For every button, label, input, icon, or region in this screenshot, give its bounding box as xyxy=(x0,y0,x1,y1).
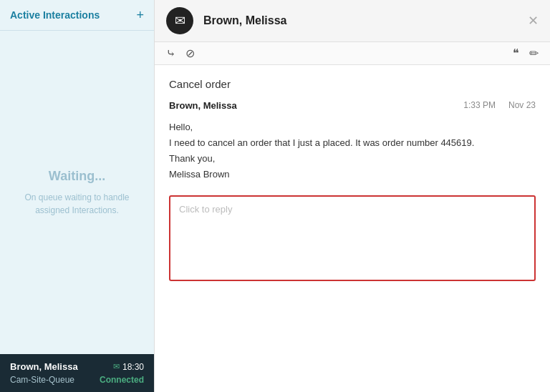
interaction-time: 18:30 xyxy=(122,362,144,372)
interaction-email-icon: ✉ xyxy=(113,362,120,371)
email-subject: Cancel order xyxy=(169,78,536,90)
email-date: Nov 23 xyxy=(508,100,536,111)
interaction-queue: Cam-Site-Queue xyxy=(10,375,74,385)
forward-icon[interactable]: ⤷ xyxy=(166,46,175,60)
interaction-bottom-row: Cam-Site-Queue Connected xyxy=(10,375,144,385)
main-header-left: ✉ Brown, Melissa xyxy=(166,7,286,34)
interaction-item[interactable]: Brown, Melissa ✉ 18:30 Cam-Site-Queue Co… xyxy=(0,354,154,392)
sidebar-title: Active Interactions xyxy=(10,9,100,21)
contact-avatar: ✉ xyxy=(166,7,193,34)
waiting-text: On queue waiting to handle assigned Inte… xyxy=(14,191,140,217)
close-button[interactable]: ✕ xyxy=(528,13,539,29)
quote-icon[interactable]: ❝ xyxy=(513,46,519,60)
reply-box[interactable]: Click to reply xyxy=(169,195,536,281)
compose-icon[interactable]: ✏ xyxy=(529,46,539,60)
interaction-contact-name: Brown, Melissa xyxy=(10,361,78,372)
interaction-status: Connected xyxy=(100,375,144,385)
email-meta: Brown, Melissa 1:33 PM Nov 23 xyxy=(169,100,536,111)
sidebar-header: Active Interactions + xyxy=(0,0,154,31)
block-icon[interactable]: ⊘ xyxy=(185,46,195,60)
toolbar-left: ⤷ ⊘ xyxy=(166,46,195,60)
interaction-top-row: Brown, Melissa ✉ 18:30 xyxy=(10,361,144,372)
reply-placeholder[interactable]: Click to reply xyxy=(179,204,232,215)
main-panel: ✉ Brown, Melissa ✕ ⤷ ⊘ ❝ ✏ Cancel order … xyxy=(154,0,550,392)
email-time: 1:33 PM xyxy=(463,100,496,111)
envelope-icon: ✉ xyxy=(175,13,185,29)
email-datetime: 1:33 PM Nov 23 xyxy=(463,100,536,111)
email-body: Hello,I need to cancel an order that I j… xyxy=(169,119,536,182)
interaction-time-wrap: ✉ 18:30 xyxy=(113,362,144,372)
toolbar: ⤷ ⊘ ❝ ✏ xyxy=(155,42,550,65)
sidebar-waiting-area: Waiting... On queue waiting to handle as… xyxy=(0,31,154,354)
main-header: ✉ Brown, Melissa ✕ xyxy=(155,0,550,42)
main-contact-name: Brown, Melissa xyxy=(203,14,286,27)
content-area: Cancel order Brown, Melissa 1:33 PM Nov … xyxy=(155,65,550,392)
waiting-title: Waiting... xyxy=(49,169,105,184)
sidebar: Active Interactions + Waiting... On queu… xyxy=(0,0,154,392)
toolbar-right: ❝ ✏ xyxy=(513,46,539,60)
add-interaction-button[interactable]: + xyxy=(136,9,144,21)
email-sender: Brown, Melissa xyxy=(169,100,237,111)
